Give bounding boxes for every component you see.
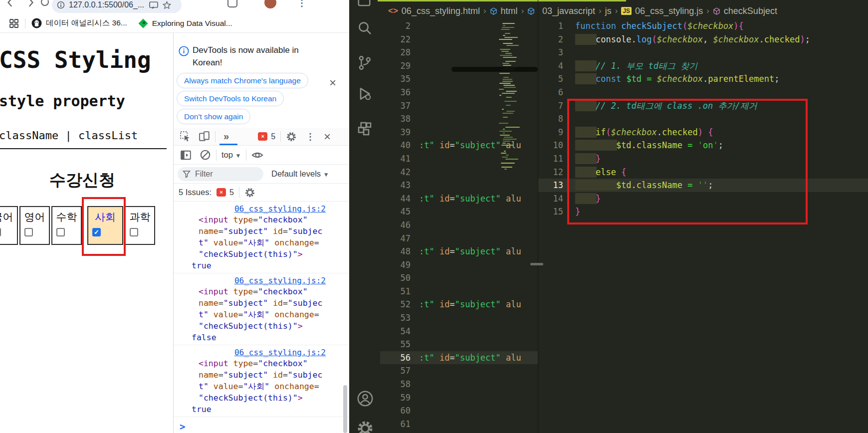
console-errors-badge[interactable]: × 5 (258, 132, 275, 141)
editor-line[interactable]: 46 (380, 218, 538, 232)
bookmark-item-github[interactable]: 데이터 애널리시스 36... (31, 18, 127, 28)
editor-line[interactable]: 47 (380, 232, 538, 245)
editor-scroll-indicator[interactable] (530, 263, 543, 265)
breadcrumb-symbol[interactable]: checkSubject (724, 6, 777, 16)
bookmark-item-dataviz[interactable]: Exploring Data Visual... (138, 18, 232, 28)
editor-line[interactable]: 15} (538, 205, 868, 218)
inspect-element-icon[interactable] (180, 131, 191, 142)
settings-gear-icon[interactable] (286, 131, 297, 142)
devtools-menu-icon[interactable]: ⋮ (306, 131, 315, 142)
reload-icon[interactable] (40, 0, 50, 7)
clear-console-icon[interactable] (200, 149, 211, 161)
bookmark-star-icon[interactable] (163, 1, 171, 9)
breadcrumb-js[interactable]: 03_javascript › js › JS 06_css_styling.j… (542, 4, 777, 17)
editor-line[interactable]: 2 console.log($checkbox, $checkbox.check… (538, 33, 868, 46)
breadcrumb-file[interactable]: 06_css_styling.js (635, 6, 703, 16)
url-text[interactable]: 127.0.0.1:5500/06_... (69, 0, 144, 9)
run-debug-icon[interactable] (357, 86, 373, 102)
breadcrumb-node[interactable]: html (501, 6, 518, 16)
editor-line[interactable]: 58 (380, 378, 538, 391)
subject-checkbox[interactable] (56, 228, 65, 236)
source-link[interactable]: 06_css_styling.js:2 (234, 275, 326, 286)
console-scrollbar[interactable] (343, 385, 347, 433)
editor-line[interactable]: 56:t" id="subject" alu (380, 351, 538, 365)
code-token (269, 382, 274, 391)
source-control-icon[interactable] (357, 55, 373, 71)
devtools-close-icon[interactable]: × (324, 130, 331, 144)
editor-line[interactable]: 43 (380, 179, 538, 192)
editor-line[interactable]: 3 (538, 46, 868, 59)
editor-line[interactable]: 14 } (538, 192, 868, 206)
tab-window-icon[interactable] (227, 0, 238, 8)
cast-icon[interactable] (149, 1, 158, 9)
editor-line[interactable]: 10 $td.className = 'on'; (538, 139, 868, 152)
editor-line[interactable]: 53 (380, 311, 538, 325)
breadcrumb-html[interactable]: <> 06_css_styling.html › html › (388, 4, 535, 17)
editor-line[interactable]: 61 (380, 418, 538, 431)
editor-scrollbar-thumb[interactable] (451, 67, 538, 72)
subject-checkbox[interactable] (0, 228, 1, 236)
manage-gear-icon[interactable] (357, 420, 374, 433)
context-selector[interactable]: top ▼ (221, 150, 241, 160)
editor-line[interactable]: 45 (380, 205, 538, 218)
code-token (501, 353, 506, 363)
editor-line[interactable]: 11 } (538, 152, 868, 166)
forward-icon[interactable] (26, 0, 35, 7)
browser-menu-icon[interactable]: ⋮ (297, 0, 306, 8)
editor-line[interactable]: 59 (380, 391, 538, 405)
editor-line[interactable]: 60 (380, 404, 538, 418)
notification-close-icon[interactable]: × (329, 78, 336, 88)
breadcrumb-file[interactable]: 06_css_styling.html (402, 6, 480, 16)
editor-line[interactable]: 44:t" id="subject" alu (380, 192, 538, 206)
breadcrumb-subfolder[interactable]: js (605, 6, 612, 16)
editor-line[interactable]: 54 (380, 325, 538, 338)
more-tabs-icon[interactable]: » (220, 131, 232, 142)
editor-line[interactable]: 6 (538, 86, 868, 99)
subject-checkbox[interactable] (130, 228, 138, 236)
source-link[interactable]: 06_css_styling.js:2 (234, 203, 326, 215)
editor-line[interactable]: 52:t" id="subject" alu (380, 298, 538, 311)
editor-line[interactable]: 48:t" id="subject" alu (380, 245, 538, 258)
notification-button[interactable]: Always match Chrome's language (177, 73, 308, 88)
editor-line[interactable]: 8 (538, 112, 868, 126)
editor-line[interactable]: 51 (380, 285, 538, 298)
js-editor-lines[interactable]: 1function checkSubject($checkbox){2 cons… (538, 19, 868, 218)
editor-line[interactable]: 55 (380, 338, 538, 351)
editor-line[interactable]: 7 // 2. td태그에 class .on 추가/제거 (538, 99, 868, 113)
explorer-icon[interactable] (357, 0, 372, 7)
logged-element[interactable]: <input type="checkbox"name="subject" id=… (199, 358, 350, 404)
search-icon[interactable] (357, 20, 373, 36)
editor-line[interactable]: 13 $td.className = ''; (538, 179, 868, 192)
site-info-icon[interactable] (57, 1, 65, 9)
editor-line[interactable]: 50 (380, 271, 538, 285)
back-icon[interactable] (6, 0, 15, 7)
breadcrumb-folder[interactable]: 03_javascript (542, 6, 595, 16)
profile-avatar[interactable] (264, 0, 276, 8)
subject-checkbox[interactable]: ✓ (92, 228, 101, 236)
console-filter-input[interactable]: Filter (178, 167, 263, 181)
editor-line[interactable]: 1function checkSubject($checkbox){ (538, 19, 868, 33)
account-icon[interactable] (357, 390, 374, 407)
editor-line[interactable]: 57 (380, 364, 538, 378)
device-toolbar-icon[interactable] (199, 131, 210, 142)
subject-checkbox[interactable] (24, 228, 33, 236)
logged-element[interactable]: <input type="checkbox"name="subject" id=… (199, 214, 350, 260)
apps-grid-icon[interactable] (9, 18, 19, 28)
live-expression-eye-icon[interactable] (251, 149, 263, 161)
extensions-icon[interactable] (357, 121, 373, 137)
console-sidebar-icon[interactable] (181, 150, 192, 161)
address-bar[interactable]: 127.0.0.1:5500/06_... (52, 0, 182, 13)
minimap[interactable] (499, 21, 522, 175)
logged-element[interactable]: <input type="checkbox"name="subject" id=… (199, 286, 350, 332)
editor-line[interactable]: 12 else { (538, 166, 868, 179)
console-prompt-icon[interactable]: > (180, 421, 185, 432)
notification-button[interactable]: Switch DevTools to Korean (177, 91, 284, 106)
editor-line[interactable]: 4 // 1. 부모 td태그 찾기 (538, 59, 868, 73)
source-link[interactable]: 06_css_styling.js:2 (234, 347, 326, 358)
log-levels-dropdown[interactable]: Default levels ▼ (271, 169, 329, 179)
notification-button[interactable]: Don't show again (177, 109, 250, 124)
editor-line[interactable]: 5 const $td = $checkbox.parentElement; (538, 72, 868, 86)
editor-line[interactable]: 49 (380, 258, 538, 272)
editor-line[interactable]: 9 if($checkbox.checked) { (538, 126, 868, 139)
issues-settings-gear-icon[interactable] (244, 187, 255, 198)
